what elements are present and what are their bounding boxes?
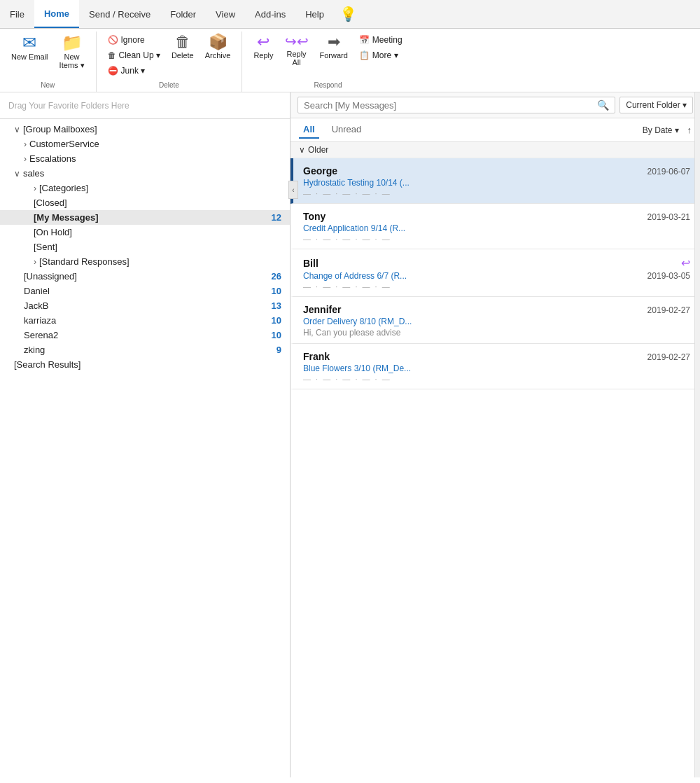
ignore-button[interactable]: 🚫 Ignore (104, 33, 164, 47)
forward-icon: ➡ (328, 34, 340, 50)
sidebar-item-group-mailboxes[interactable]: ∨[Group Mailboxes] (0, 122, 290, 137)
forward-button[interactable]: ➡ Forward (316, 32, 352, 62)
jackb-badge: 13 (272, 300, 281, 311)
tab-home[interactable]: Home (34, 0, 79, 28)
email-sort-arrow[interactable]: ↑ (687, 125, 692, 135)
cleanup-label: Clean Up ▾ (119, 50, 160, 60)
new-items-icon: 📁 (62, 34, 83, 51)
ribbon-tab-bar: File Home Send / Receive Folder View Add… (0, 0, 700, 29)
caret-icon: › (34, 183, 36, 193)
email-sender: Tony (303, 211, 326, 222)
tab-help[interactable]: Help (295, 0, 334, 28)
forward-label: Forward (320, 51, 348, 60)
delete-icon: 🗑 (175, 34, 190, 50)
list-item[interactable]: Frank 2019-02-27 Blue Flowers 3/10 (RM_D… (290, 344, 700, 389)
meeting-button[interactable]: 📅 Meeting (355, 33, 407, 47)
sidebar-item-categories[interactable]: ›[Categories] (0, 181, 290, 195)
email-sender: Frank (303, 351, 330, 362)
reply-icon: ↩ (257, 34, 270, 50)
tab-add-ins[interactable]: Add-ins (245, 0, 295, 28)
delete-button[interactable]: 🗑 Delete (167, 32, 198, 62)
list-item[interactable]: Bill ↩ Change of Address 6/7 (R... 2019-… (290, 249, 700, 297)
search-scope-selector[interactable]: Current Folder ▾ (620, 97, 693, 113)
ribbon-group-delete: 🚫 Ignore 🗑 Clean Up ▾ ⛔ Junk ▾ 🗑 Delete (97, 32, 243, 92)
serena2-badge: 10 (272, 330, 281, 340)
lightbulb-icon[interactable]: 💡 (334, 0, 363, 28)
email-items: George 2019-06-07 Hydrostatic Testing 10… (290, 158, 700, 777)
email-date: 2019-02-27 (648, 305, 690, 315)
tab-folder[interactable]: Folder (160, 0, 206, 28)
sidebar-item-sent[interactable]: [Sent] (0, 240, 290, 254)
sidebar-item-jackb[interactable]: JackB 13 (0, 298, 290, 313)
tab-all[interactable]: All (299, 121, 319, 139)
email-group-label: Older (308, 145, 328, 155)
email-date: 2019-03-21 (648, 212, 690, 222)
list-item[interactable]: George 2019-06-07 Hydrostatic Testing 10… (290, 158, 700, 204)
new-items-button[interactable]: 📁 NewItems ▾ (55, 32, 89, 73)
new-items-label: NewItems ▾ (59, 53, 85, 70)
email-row1: Bill ↩ (303, 256, 690, 270)
tab-view[interactable]: View (206, 0, 245, 28)
tab-file[interactable]: File (0, 0, 34, 28)
search-icon: 🔍 (597, 99, 609, 111)
sidebar-item-standard-responses[interactable]: ›[Standard Responses] (0, 254, 290, 269)
new-email-button[interactable]: ✉ New Email (7, 32, 52, 64)
email-date: 2019-06-07 (648, 167, 690, 176)
sidebar-favorite-bar-text: Drag Your Favorite Folders Here (8, 101, 130, 111)
sidebar-item-my-messages[interactable]: [My Messages] 12 (0, 210, 290, 225)
sidebar-item-zking[interactable]: zking 9 (0, 342, 290, 357)
reply-all-button[interactable]: ↪↩ ReplyAll (281, 32, 313, 69)
cleanup-icon: 🗑 (108, 50, 116, 60)
tab-send-receive[interactable]: Send / Receive (79, 0, 160, 28)
search-input[interactable] (304, 100, 597, 111)
list-item[interactable]: Tony 2019-03-21 Credit Application 9/14 … (290, 204, 700, 249)
sidebar-item-karriaza[interactable]: karriaza 10 (0, 313, 290, 328)
ribbon-group-respond-label: Respond (249, 79, 406, 92)
caret-icon: › (24, 139, 27, 149)
email-group-older[interactable]: ∨ Older (290, 142, 700, 158)
email-dots: — · — · — · — · — (303, 235, 690, 243)
email-dots: — · — · — · — · — (303, 282, 690, 291)
email-list-header: All Unread By Date ▾ ↑ (290, 118, 700, 142)
meeting-icon: 📅 (359, 35, 370, 45)
archive-button[interactable]: 📦 Archive (201, 32, 235, 62)
email-preview: Hi, Can you please advise (303, 328, 690, 338)
ribbon-group-new-items: ✉ New Email 📁 NewItems ▾ (7, 32, 89, 79)
new-email-icon: ✉ (22, 34, 36, 51)
caret-icon: › (24, 154, 27, 164)
zking-badge: 9 (276, 345, 281, 355)
email-subject: Credit Application 9/14 (R... (303, 223, 690, 233)
sidebar-collapse-button[interactable]: ‹ (288, 181, 298, 199)
sidebar-item-escalations[interactable]: ›Escalations (0, 151, 290, 166)
cleanup-button[interactable]: 🗑 Clean Up ▾ (104, 48, 164, 62)
sidebar-item-closed[interactable]: [Closed] (0, 195, 290, 210)
email-sort-chevron: ▾ (675, 125, 679, 135)
list-item[interactable]: Jennifer 2019-02-27 Order Delivery 8/10 … (290, 297, 700, 344)
search-scope-label: Current Folder (626, 100, 680, 110)
ribbon-group-delete-items: 🚫 Ignore 🗑 Clean Up ▾ ⛔ Junk ▾ 🗑 Delete (104, 32, 235, 79)
email-row1: Tony 2019-03-21 (303, 211, 690, 222)
sidebar-item-on-hold[interactable]: [On Hold] (0, 225, 290, 240)
more-button[interactable]: 📋 More ▾ (355, 48, 407, 62)
sidebar-item-serena2[interactable]: Serena2 10 (0, 328, 290, 342)
caret-icon: › (34, 257, 36, 267)
tab-unread[interactable]: Unread (328, 121, 366, 139)
email-sort[interactable]: By Date ▾ (643, 125, 679, 135)
email-list-scrollbar[interactable] (694, 92, 700, 777)
sidebar-item-customer-service[interactable]: ›CustomerService (0, 137, 290, 151)
ribbon-group-new: ✉ New Email 📁 NewItems ▾ New (0, 32, 97, 92)
email-subject: Blue Flowers 3/10 (RM_De... (303, 363, 690, 373)
email-subject: Hydrostatic Testing 10/14 (... (303, 178, 690, 188)
sidebar-item-sales[interactable]: ∨sales (0, 166, 290, 181)
sidebar-tree: ∨[Group Mailboxes] ›CustomerService ›Esc… (0, 119, 290, 375)
email-subject: Order Delivery 8/10 (RM_D... (303, 317, 690, 326)
sidebar-item-unassigned[interactable]: [Unassigned] 26 (0, 269, 290, 284)
ignore-icon: 🚫 (108, 35, 118, 45)
sidebar-item-daniel[interactable]: Daniel 10 (0, 284, 290, 298)
sidebar-item-search-results[interactable]: [Search Results] (0, 357, 290, 372)
ribbon-group-delete-label: Delete (104, 79, 235, 92)
ignore-label: Ignore (121, 35, 145, 45)
reply-button[interactable]: ↩ Reply (249, 32, 277, 62)
junk-button[interactable]: ⛔ Junk ▾ (104, 64, 164, 78)
email-group-caret: ∨ (299, 145, 305, 155)
